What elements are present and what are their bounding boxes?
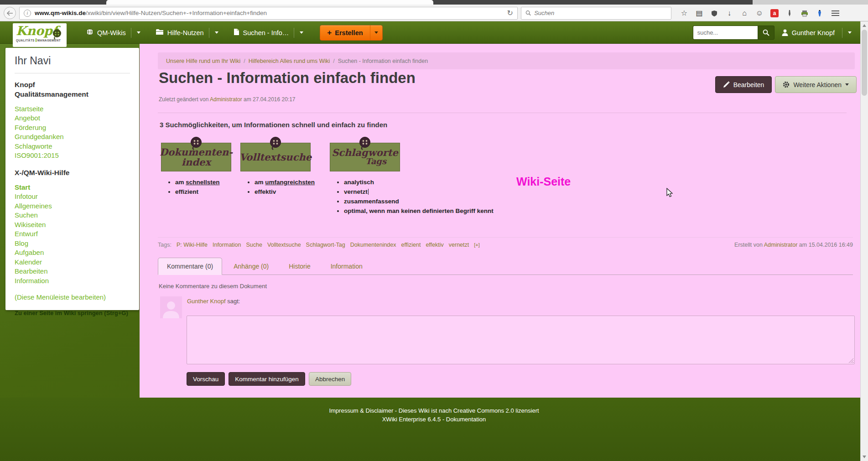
- browser-toolbar: i www.qm-wikis.de/xwiki/bin/view/Hilfe-N…: [0, 5, 868, 21]
- sidebar-jump-hint[interactable]: Zu einer Seite im Wiki springen (Strg+G): [15, 310, 130, 316]
- create-dropdown-caret[interactable]: [370, 26, 382, 40]
- sidebar-item-allgemeines[interactable]: Allgemeines: [15, 202, 130, 211]
- content-heading: 3 Suchmöglichkeiten, um Informationen sc…: [160, 121, 387, 129]
- nav-menu-caret[interactable]: [131, 28, 146, 38]
- tab-historie[interactable]: Historie: [280, 258, 319, 275]
- breadcrumb-current: Suchen - Information einfach finden: [338, 58, 428, 64]
- scrollbar-thumb[interactable]: [862, 30, 867, 96]
- create-button[interactable]: +Erstellen: [320, 25, 382, 41]
- page-info-icon[interactable]: i: [24, 10, 31, 17]
- comment-user-link[interactable]: Gunther Knopf: [187, 298, 226, 305]
- stylus-icon[interactable]: [785, 9, 794, 17]
- tab-information[interactable]: Information: [322, 258, 371, 275]
- marker-icon[interactable]: [816, 9, 824, 17]
- sidebar-item-bearbeiten[interactable]: Bearbeiten: [15, 267, 130, 276]
- tag-link[interactable]: Volltextsuche: [267, 242, 301, 248]
- sidebar-item-kalender[interactable]: Kalender: [15, 258, 130, 267]
- browser-active-tab[interactable]: [106, 0, 433, 5]
- sidebar-edit-link[interactable]: (Diese Menüleiste bearbeiten): [15, 293, 130, 301]
- tag-link[interactable]: effektiv: [426, 242, 443, 248]
- wiki-navbar: Knopf QUALITÄTSMANAGEMENT QM-WikisHilfe-…: [0, 21, 868, 44]
- scroll-up-icon[interactable]: [863, 24, 866, 27]
- sidebar-item-start[interactable]: Start: [15, 183, 130, 192]
- site-logo[interactable]: Knopf QUALITÄTSMANAGEMENT: [13, 23, 67, 47]
- sidebar-item-startseite[interactable]: Startseite: [15, 104, 130, 114]
- user-menu-caret[interactable]: [842, 28, 852, 38]
- sidebar-item-entwurf[interactable]: Entwurf: [15, 229, 130, 239]
- gear-icon: [783, 81, 790, 88]
- footer-line1[interactable]: Impressum & Disclaimer - Dieses Wiki ist…: [0, 406, 868, 415]
- kommentar-hinzuf-gen-button[interactable]: Kommentar hinzufügen: [229, 372, 305, 386]
- button-icon: [359, 136, 371, 152]
- sidebar-item-grundgedanken[interactable]: Grundgedanken: [15, 132, 130, 142]
- url-text[interactable]: www.qm-wikis.de/xwiki/bin/view/Hilfe-Nut…: [35, 10, 504, 16]
- image-badge: SchlagworteTags: [330, 143, 400, 171]
- tag-link[interactable]: Dokumentenindex: [350, 242, 396, 248]
- logo-button-icon: [52, 29, 62, 41]
- sidebar-item-wikiseiten[interactable]: Wikiseiten: [15, 220, 130, 230]
- modified-user-link[interactable]: Administrator: [210, 96, 242, 103]
- modified-line: Zuletzt geändert von Administrator am 27…: [159, 96, 296, 103]
- search-option-column: Dokumenten-indexam schnellsteneffizient: [161, 143, 240, 216]
- sidebar-links: StartseiteAngebotFörderungGrundgedankenS…: [15, 104, 130, 161]
- sidebar-title: Ihr Navi: [15, 55, 130, 67]
- printer-icon[interactable]: [800, 9, 809, 17]
- edit-button[interactable]: Bearbeiten: [715, 76, 772, 93]
- shield-icon[interactable]: [710, 9, 718, 17]
- nav-menu-suchen-info-[interactable]: Suchen - Info…: [229, 21, 294, 44]
- tag-links: P: Wiki-HilfeInformationSucheVolltextsuc…: [177, 242, 469, 248]
- home-icon[interactable]: ⌂: [740, 9, 748, 17]
- download-icon[interactable]: ↓: [725, 9, 733, 17]
- sidebar-divider: [15, 73, 130, 73]
- sidebar-item-iso9001-2015[interactable]: ISO9001:2015: [15, 151, 130, 161]
- scroll-down-icon[interactable]: [863, 456, 866, 458]
- wiki-search-input[interactable]: [693, 26, 758, 40]
- created-user-link[interactable]: Administrator: [764, 242, 798, 248]
- search-icon: [525, 10, 531, 16]
- tag-link[interactable]: effizient: [401, 242, 421, 248]
- browser-search[interactable]: [521, 7, 671, 20]
- nav-menu-caret[interactable]: [294, 28, 309, 38]
- resize-handle[interactable]: [848, 358, 853, 363]
- vorschau-button[interactable]: Vorschau: [187, 372, 225, 386]
- tab-anh-nge[interactable]: Anhänge (0): [225, 258, 277, 275]
- sidebar-item-blog[interactable]: Blog: [15, 239, 130, 249]
- tab-kommentare[interactable]: Kommentare (0): [158, 258, 222, 275]
- sidebar-item-information[interactable]: Information: [15, 276, 130, 286]
- tag-link[interactable]: Schlagwort-Tag: [306, 242, 345, 248]
- nav-menu-qm-wikis[interactable]: QM-Wikis: [81, 21, 131, 44]
- sidebar-item-aufgaben[interactable]: Aufgaben: [15, 248, 130, 258]
- tag-link[interactable]: Information: [213, 242, 241, 248]
- breadcrumb-link[interactable]: Hilfebereich Alles rund ums Wiki: [249, 58, 330, 64]
- sidebar-item-schlagworte[interactable]: Schlagworte: [15, 142, 130, 151]
- reload-icon[interactable]: ↻: [507, 9, 513, 17]
- back-icon[interactable]: [4, 7, 16, 19]
- sidebar-item-suchen[interactable]: Suchen: [15, 211, 130, 220]
- abbrechen-button[interactable]: Abbrechen: [309, 372, 351, 386]
- comment-textarea[interactable]: [187, 316, 855, 364]
- tag-link[interactable]: P: Wiki-Hilfe: [177, 242, 208, 248]
- scrollbar[interactable]: [860, 21, 868, 461]
- bullet-item: effizient: [175, 187, 240, 197]
- add-tag-link[interactable]: [+]: [474, 242, 480, 248]
- tag-link[interactable]: Suche: [246, 242, 262, 248]
- person-icon: [782, 29, 788, 36]
- menu-hamburger-icon[interactable]: [832, 10, 839, 16]
- more-actions-button[interactable]: Weitere Aktionen: [775, 76, 857, 93]
- wiki-search[interactable]: [693, 26, 774, 40]
- nav-menu-caret[interactable]: [209, 28, 224, 38]
- nav-menu-hilfe-nutzen[interactable]: Hilfe-Nutzen: [151, 21, 209, 44]
- chat-smiley-icon[interactable]: ☺: [755, 9, 764, 17]
- browser-search-input[interactable]: [534, 10, 667, 16]
- reading-list-icon[interactable]: ▤: [695, 9, 703, 17]
- user-menu[interactable]: Gunther Knopf: [782, 29, 835, 36]
- sidebar-item-infotour[interactable]: Infotour: [15, 192, 130, 202]
- breadcrumb-link[interactable]: Unsere Hilfe rund um Ihr Wiki: [166, 58, 240, 64]
- wiki-search-button[interactable]: [758, 26, 774, 40]
- sidebar-item-angebot[interactable]: Angebot: [15, 114, 130, 123]
- tag-link[interactable]: vernetzt: [449, 242, 469, 248]
- url-bar[interactable]: i www.qm-wikis.de/xwiki/bin/view/Hilfe-N…: [19, 7, 518, 20]
- sidebar-item-f-rderung[interactable]: Förderung: [15, 123, 130, 133]
- avira-icon[interactable]: a: [770, 9, 779, 17]
- bookmark-star-icon[interactable]: ☆: [680, 9, 688, 17]
